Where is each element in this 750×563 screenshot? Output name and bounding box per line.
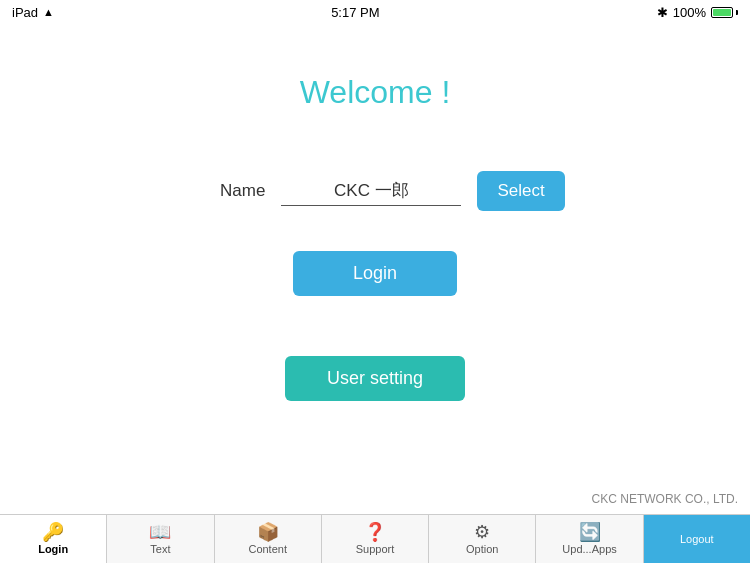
tab-bar: 🔑 Login 📖 Text 📦 Content ❓ Support ⚙ Opt… <box>0 514 750 563</box>
device-label: iPad <box>12 5 38 20</box>
tab-logout-label: Logout <box>680 533 714 545</box>
tab-content[interactable]: 📦 Content <box>214 515 321 563</box>
company-footer: CKC NETWORK CO., LTD. <box>592 484 738 514</box>
status-time: 5:17 PM <box>331 5 379 20</box>
tab-logout[interactable]: Logout <box>643 515 750 563</box>
status-right: ✱ 100% <box>657 5 738 20</box>
box-icon: 📦 <box>257 523 279 541</box>
tab-text-label: Text <box>150 543 170 555</box>
battery-body <box>711 7 733 18</box>
tab-content-label: Content <box>248 543 287 555</box>
tab-option[interactable]: ⚙ Option <box>428 515 535 563</box>
tab-support-label: Support <box>356 543 395 555</box>
wifi-icon: ▲ <box>43 6 54 18</box>
tab-text[interactable]: 📖 Text <box>106 515 213 563</box>
tab-updapps[interactable]: 🔄 Upd...Apps <box>535 515 642 563</box>
status-left: iPad ▲ <box>12 5 54 20</box>
user-setting-button[interactable]: User setting <box>285 356 465 401</box>
tab-updapps-label: Upd...Apps <box>562 543 616 555</box>
tab-option-label: Option <box>466 543 498 555</box>
battery-fill <box>713 9 731 16</box>
tab-login-label: Login <box>38 543 68 555</box>
name-label: Name <box>185 181 265 201</box>
battery-percent: 100% <box>673 5 706 20</box>
tab-login[interactable]: 🔑 Login <box>0 515 106 563</box>
battery-indicator <box>711 7 738 18</box>
main-content: Welcome ! Name Select Login User setting <box>0 24 750 484</box>
book-icon: 📖 <box>149 523 171 541</box>
refresh-icon: 🔄 <box>579 523 601 541</box>
bluetooth-icon: ✱ <box>657 5 668 20</box>
tab-support[interactable]: ❓ Support <box>321 515 428 563</box>
battery-tip <box>736 10 738 15</box>
key-icon: 🔑 <box>42 523 64 541</box>
select-button[interactable]: Select <box>477 171 564 211</box>
name-row: Name Select <box>185 171 564 211</box>
name-input[interactable] <box>281 177 461 206</box>
company-name: CKC NETWORK CO., LTD. <box>592 492 738 506</box>
status-bar: iPad ▲ 5:17 PM ✱ 100% <box>0 0 750 24</box>
gear-icon: ⚙ <box>474 523 490 541</box>
question-icon: ❓ <box>364 523 386 541</box>
welcome-title: Welcome ! <box>300 74 451 111</box>
login-button[interactable]: Login <box>293 251 457 296</box>
